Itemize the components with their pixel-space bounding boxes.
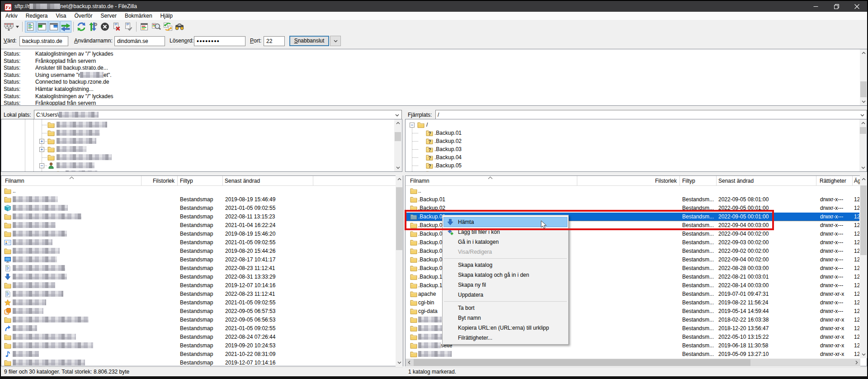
local-row[interactable]: Bestandsmap2021-01-05 09:02:55 [1, 324, 395, 333]
scroll-down-icon[interactable] [860, 351, 867, 358]
context-menu-item[interactable]: Visa/Redigera [443, 247, 567, 257]
scroll-down-icon[interactable] [394, 164, 401, 171]
remote-tree-item[interactable]: / [406, 121, 867, 129]
context-menu-item[interactable]: Uppdatera [443, 290, 567, 300]
remote-tree-item[interactable]: ?.Backup.06 [406, 170, 867, 172]
local-row[interactable]: Bestandsmap2021-01-05 09:02:55 [1, 204, 395, 213]
remote-tree-item[interactable]: ?.Backup.01 [406, 129, 867, 137]
scroll-down-icon[interactable] [396, 359, 403, 366]
column-header-rattigheter[interactable]: Rättigheter [820, 176, 846, 186]
column-divider[interactable] [177, 176, 178, 186]
log-scrollbar[interactable] [860, 49, 867, 105]
menu-server[interactable]: Server [97, 12, 121, 20]
scroll-down-icon[interactable] [859, 164, 867, 171]
disconnect-button[interactable] [111, 21, 123, 33]
collapse-icon[interactable] [410, 123, 415, 128]
local-row[interactable]: Bestandsmap2022-09-05 06:57:53 [1, 307, 395, 316]
column-divider[interactable] [716, 176, 717, 186]
column-header-senast-andrad[interactable]: Senast ändrad [718, 176, 754, 186]
local-list-scrollbar[interactable] [396, 175, 403, 366]
scroll-up-icon[interactable] [860, 49, 867, 57]
context-menu-item[interactable]: Skapa katalog och gå in i den [443, 270, 567, 280]
scroll-up-icon[interactable] [394, 119, 401, 127]
menu-redigera[interactable]: Redigera [22, 12, 52, 20]
column-header-filtyp[interactable]: Filtyp [682, 176, 695, 186]
column-divider[interactable] [313, 176, 313, 186]
chevron-down-icon[interactable] [395, 114, 399, 117]
minimize-button[interactable] [805, 1, 826, 12]
chevron-down-icon[interactable] [860, 114, 864, 117]
context-menu-item[interactable]: Kopiera URL:en (URL:erna) till urklipp [443, 323, 567, 333]
local-row[interactable]: Bestandsmap2021-01-05 09:02:55 [1, 238, 395, 247]
menu-hjlp[interactable]: Hjälp [156, 12, 177, 20]
local-row[interactable]: Bestandsmap2021-01-05 09:02:55 [1, 298, 395, 307]
process-queue-button[interactable] [88, 21, 99, 33]
remote-list-horizontal-scrollbar[interactable] [406, 359, 860, 366]
local-tree-item[interactable] [1, 153, 402, 161]
column-header-filnamn[interactable]: Filnamn [5, 176, 24, 186]
site-manager-dropdown[interactable] [14, 21, 20, 33]
remote-tree-scrollbar[interactable] [859, 119, 867, 171]
toggle-remote-tree-button[interactable] [48, 21, 60, 33]
local-row[interactable]: Bestandsmap2021-10-22 08:31:09 [1, 350, 395, 359]
local-path-combobox[interactable]: C:\Users\ [34, 110, 402, 120]
expand-icon[interactable] [39, 139, 44, 144]
local-row[interactable]: Bestandsmap2019-12-07 10:14:16 [1, 359, 395, 366]
local-row[interactable]: Bestandsmap2022-08-31 13:33:29 [1, 273, 395, 281]
local-row[interactable]: Bestandsmap2019-08-19 15:46:49 [1, 195, 395, 204]
quickconnect-input-3[interactable]: 22 [264, 36, 285, 46]
scroll-right-icon[interactable] [853, 359, 860, 366]
quickconnect-input-2[interactable]: •••••••• [194, 36, 245, 46]
local-row[interactable]: Bestandsmap2019-09-20 10:24:53 [1, 341, 395, 350]
local-row[interactable]: Bestandsmap2021-01-04 16:22:24 [1, 221, 395, 230]
scroll-thumb[interactable] [396, 187, 402, 250]
column-divider[interactable] [679, 176, 680, 186]
local-row[interactable]: Bestandsmap2019-08-20 15:44:26 [1, 247, 395, 256]
scroll-thumb[interactable] [860, 81, 867, 97]
close-button[interactable] [847, 1, 867, 12]
quickconnect-input-1[interactable]: dindomän.se [114, 36, 165, 46]
find-files-button[interactable] [174, 21, 185, 33]
quickconnect-dropdown-button[interactable] [330, 36, 341, 46]
scroll-up-icon[interactable] [860, 175, 867, 183]
filter-button[interactable] [139, 21, 150, 33]
local-tree-item[interactable] [1, 170, 402, 172]
local-row[interactable]: Bestandsmap2019-12-07 10:14:16 [1, 281, 395, 290]
scroll-thumb[interactable] [860, 127, 866, 134]
local-tree-item[interactable] [1, 161, 402, 170]
scroll-up-icon[interactable] [859, 119, 867, 127]
column-divider[interactable] [141, 176, 142, 186]
column-header-filstorlek[interactable]: Filstorlek [632, 176, 677, 186]
site-manager-button[interactable] [3, 21, 14, 33]
local-tree-item[interactable] [1, 129, 402, 137]
expand-icon[interactable] [48, 171, 53, 172]
local-row[interactable]: Bestandsmap2022-08-23 11:12:41 [1, 264, 395, 273]
menu-bokmrken[interactable]: Bokmärken [121, 12, 156, 20]
column-header-filnamn[interactable]: Filnamn [410, 176, 429, 186]
column-header-senast-andrad[interactable]: Senast ändrad [225, 176, 260, 186]
cancel-button[interactable] [99, 21, 111, 33]
menu-visa[interactable]: Visa [52, 12, 70, 20]
local-tree-item[interactable] [1, 121, 402, 129]
local-tree-item[interactable] [1, 137, 402, 145]
local-row[interactable]: Bestandsmap2019-08-19 15:46:20 [1, 230, 395, 238]
column-divider[interactable] [577, 176, 577, 186]
quickconnect-button[interactable]: Snabbanslut [289, 36, 329, 46]
remote-row[interactable]: Bestandsm...2019-05-09 13:27:10drwxr-xr-… [406, 350, 859, 359]
remote-tree-item[interactable]: ?.Backup.03 [406, 145, 867, 153]
remote-tree-item[interactable]: ?.Backup.04 [406, 153, 867, 161]
quickconnect-input-0[interactable]: backup.strato.de [19, 36, 68, 46]
local-row[interactable]: Bestandsmap2022-08-23 11:12:41 [1, 290, 395, 298]
context-menu-item[interactable]: Gå in i katalogen [443, 237, 567, 247]
scroll-down-icon[interactable] [860, 98, 867, 105]
column-divider[interactable] [816, 176, 816, 186]
column-divider[interactable] [222, 176, 223, 186]
context-menu-item[interactable]: Skapa katalog [443, 260, 567, 270]
collapse-icon[interactable] [39, 163, 44, 168]
scroll-thumb[interactable] [414, 359, 750, 366]
toggle-log-view-button[interactable] [25, 21, 36, 33]
local-row[interactable]: .. [1, 187, 395, 195]
local-row[interactable]: Bestandsmap2022-08-24 07:26:44 [1, 333, 395, 341]
synchronized-browsing-button[interactable] [162, 21, 174, 33]
remote-row[interactable]: .. [406, 187, 859, 195]
